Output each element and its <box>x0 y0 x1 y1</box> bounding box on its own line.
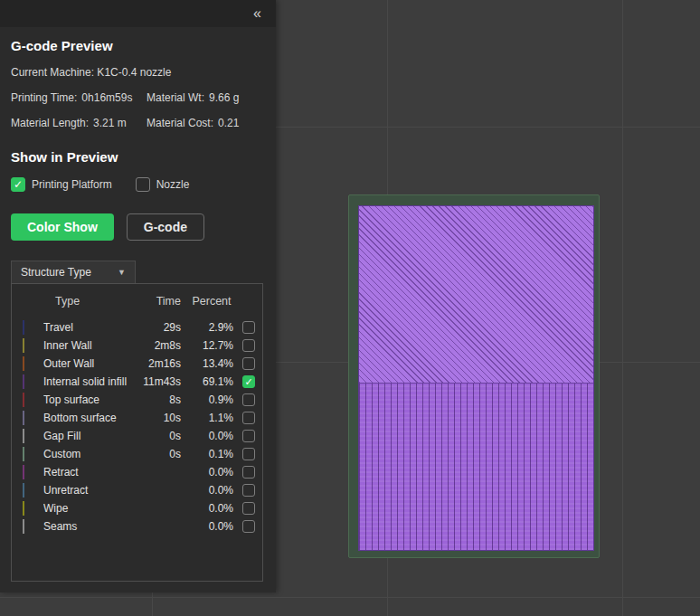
type-color-swatch <box>23 501 24 516</box>
type-color-swatch <box>23 338 24 353</box>
percent-value: 0.9% <box>181 393 233 406</box>
printing-time-label: Printing Time: <box>11 91 77 104</box>
type-color-swatch <box>23 320 24 335</box>
structure-type-dropdown[interactable]: Structure Type ▼ <box>11 261 136 283</box>
table-row: Custom 0s 0.1% <box>23 445 255 463</box>
show-in-preview-title: Show in Preview <box>11 149 265 165</box>
time-value: 10s <box>134 412 181 424</box>
stats-row-2: Material Length: 3.21 m Material Cost: 0… <box>11 117 265 129</box>
type-color-swatch <box>23 447 24 461</box>
row-checkbox[interactable] <box>242 412 255 424</box>
preview-option[interactable]: Printing Platform <box>11 177 112 192</box>
percent-value: 13.4% <box>181 357 233 370</box>
percent-value: 69.1% <box>181 375 233 388</box>
show-options: Printing Platform Nozzle <box>11 177 265 192</box>
row-checkbox[interactable] <box>242 502 255 515</box>
type-label: Retract <box>43 466 134 479</box>
structure-type-label: Structure Type <box>21 266 91 279</box>
type-label: Outer Wall <box>43 357 134 370</box>
percent-value: 0.0% <box>181 484 233 497</box>
panel-header-bar: « <box>0 0 276 27</box>
row-checkbox[interactable] <box>242 393 255 406</box>
material-length-value: 3.21 m <box>93 117 127 129</box>
row-checkbox[interactable] <box>242 339 255 352</box>
collapse-panel-icon[interactable]: « <box>248 4 267 24</box>
type-label: Custom <box>43 448 134 460</box>
table-row: Inner Wall 2m8s 12.7% <box>23 336 255 355</box>
gcode-button[interactable]: G-code <box>127 213 204 241</box>
structure-type-table: Type Time Percent Travel 29s 2.9% Inner … <box>11 283 263 582</box>
option-label: Nozzle <box>156 178 190 191</box>
type-color-swatch <box>23 374 24 389</box>
material-wt-stat: Material Wt: 9.66 g <box>147 91 239 104</box>
type-label: Top surface <box>43 393 134 406</box>
stats-row-1: Printing Time: 0h16m59s Material Wt: 9.6… <box>11 91 265 104</box>
row-checkbox[interactable] <box>242 430 255 442</box>
type-label: Bottom surface <box>43 412 134 424</box>
type-color-swatch <box>23 483 24 498</box>
type-label: Wipe <box>43 502 134 515</box>
material-wt-value: 9.66 g <box>209 91 239 104</box>
gcode-print-preview-object <box>358 205 594 551</box>
table-row: Top surface 8s 0.9% <box>23 391 255 409</box>
row-checkbox[interactable] <box>242 375 255 388</box>
row-checkbox[interactable] <box>242 520 255 533</box>
type-color-swatch <box>23 393 24 407</box>
table-row: Gap Fill 0s 0.0% <box>23 427 255 445</box>
print-object-infill-top <box>359 206 593 384</box>
table-row: Unretract 0.0% <box>23 481 255 499</box>
percent-value: 0.0% <box>181 520 233 533</box>
preview-option[interactable]: Nozzle <box>136 177 190 192</box>
percent-value: 0.0% <box>181 430 233 442</box>
printing-time-stat: Printing Time: 0h16m59s <box>11 91 147 104</box>
time-value: 2m8s <box>134 339 181 352</box>
percent-value: 0.1% <box>181 448 233 460</box>
type-color-swatch <box>23 429 24 443</box>
material-cost-value: 0.21 <box>218 117 239 129</box>
panel-body: G-code Preview Current Machine: K1C-0.4 … <box>0 27 276 582</box>
material-cost-label: Material Cost: <box>147 117 213 129</box>
table-row: Wipe 0.0% <box>23 499 255 517</box>
type-label: Inner Wall <box>43 339 134 352</box>
chevron-down-icon: ▼ <box>118 268 126 277</box>
row-checkbox[interactable] <box>242 321 255 334</box>
material-cost-stat: Material Cost: 0.21 <box>147 117 239 129</box>
table-row: Travel 29s 2.9% <box>23 318 255 336</box>
table-row: Retract 0.0% <box>23 463 255 481</box>
material-wt-label: Material Wt: <box>147 91 204 104</box>
time-value: 0s <box>134 430 181 442</box>
table-row: Internal solid infill 11m43s 69.1% <box>23 373 255 391</box>
option-checkbox[interactable] <box>136 177 150 192</box>
type-color-swatch <box>23 411 24 425</box>
percent-value: 1.1% <box>181 412 233 424</box>
percent-value: 0.0% <box>181 466 233 479</box>
row-checkbox[interactable] <box>242 484 255 497</box>
page-title: G-code Preview <box>11 38 265 53</box>
type-label: Gap Fill <box>43 430 134 442</box>
type-label: Travel <box>43 321 134 334</box>
row-checkbox[interactable] <box>242 357 255 370</box>
percent-value: 0.0% <box>181 502 233 515</box>
table-header-row: Type Time Percent <box>23 295 255 308</box>
table-row: Outer Wall 2m16s 13.4% <box>23 355 255 373</box>
header-type: Type <box>55 295 134 308</box>
color-show-button[interactable]: Color Show <box>11 213 114 241</box>
percent-value: 12.7% <box>181 339 233 352</box>
type-color-swatch <box>23 356 24 371</box>
gcode-preview-panel: « G-code Preview Current Machine: K1C-0.… <box>0 0 276 592</box>
row-checkbox[interactable] <box>242 448 255 460</box>
type-color-swatch <box>23 519 24 534</box>
time-value: 8s <box>134 393 181 406</box>
type-label: Seams <box>43 520 134 533</box>
row-checkbox[interactable] <box>242 466 255 479</box>
type-color-swatch <box>23 465 24 479</box>
view-mode-buttons: Color Show G-code <box>11 213 265 241</box>
option-checkbox[interactable] <box>11 177 25 192</box>
material-length-label: Material Length: <box>11 117 89 129</box>
type-label: Unretract <box>43 484 134 497</box>
option-label: Printing Platform <box>32 178 112 191</box>
printing-time-value: 0h16m59s <box>81 91 132 104</box>
time-value: 29s <box>134 321 181 334</box>
material-length-stat: Material Length: 3.21 m <box>11 117 147 129</box>
current-machine-line: Current Machine: K1C-0.4 nozzle <box>11 66 265 79</box>
